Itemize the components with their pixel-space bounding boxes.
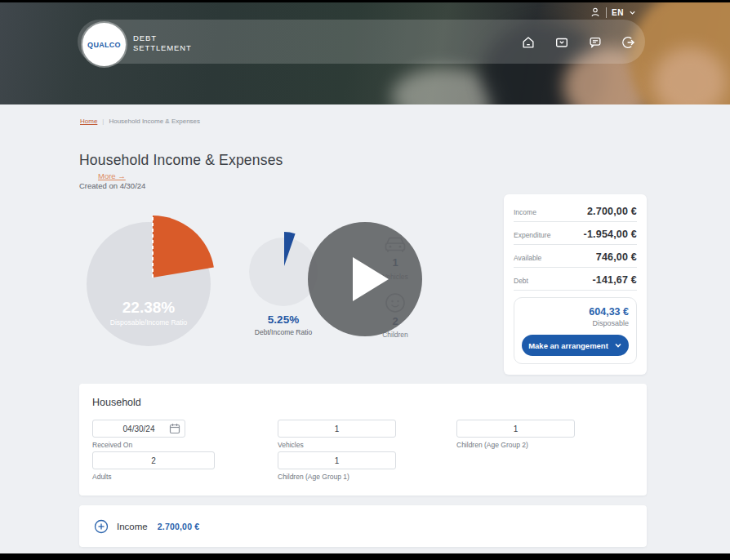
- disposable-ratio-label: Disposable/Income Ratio: [109, 318, 188, 327]
- pie-disposable-slice: [153, 216, 214, 278]
- created-on-text: Created on 4/30/24: [79, 181, 145, 190]
- household-section: Household Received On Vehicles Children …: [79, 384, 647, 496]
- summary-value: -1.954,00 €: [584, 229, 637, 240]
- home-icon[interactable]: [521, 35, 536, 50]
- logout-icon[interactable]: [621, 35, 636, 50]
- pie-remainder-slice: [249, 238, 318, 306]
- language-selector[interactable]: EN: [612, 8, 624, 17]
- brand-line1: DEBT: [133, 33, 192, 43]
- adults-input[interactable]: [92, 451, 215, 469]
- expand-plus-icon[interactable]: [94, 519, 109, 534]
- divider: [606, 7, 607, 18]
- vehicles-field: Vehicles: [278, 420, 396, 449]
- brand-title: DEBT SETTLEMENT: [133, 33, 192, 54]
- children-age-group-2-input[interactable]: [456, 420, 575, 438]
- make-arrangement-label: Make an arrangement: [528, 341, 608, 350]
- children-age-group-1-input[interactable]: [278, 451, 396, 469]
- logo-text: QUALCO: [87, 41, 121, 49]
- field-label: Adults: [92, 473, 215, 481]
- debt-ratio-value: 5.25%: [251, 313, 316, 326]
- page-content: Home | Household Income & Expenses House…: [0, 104, 730, 553]
- disposable-value: 604,33 €: [522, 306, 629, 318]
- summary-row-available: Available 746,00 €: [514, 251, 637, 268]
- summary-value: 2.700,00 €: [587, 206, 637, 217]
- income-section-label: Income: [117, 522, 148, 531]
- play-icon: [353, 257, 389, 301]
- adults-field: Adults: [92, 451, 215, 481]
- chat-icon[interactable]: [588, 35, 603, 50]
- children-age-group-2-field: Children (Age Group 2): [456, 420, 575, 449]
- summary-row-income: Income 2.700,00 €: [514, 206, 637, 222]
- financial-summary-card: Income 2.700,00 € Expenditure -1.954,00 …: [504, 194, 647, 375]
- breadcrumb-current: Household Income & Expenses: [109, 118, 200, 125]
- chevron-down-icon: [614, 341, 622, 349]
- breadcrumb-separator: |: [102, 118, 104, 125]
- calendar-icon[interactable]: [169, 423, 180, 434]
- video-play-button[interactable]: [308, 222, 422, 336]
- summary-row-debt: Debt -141,67 €: [514, 274, 637, 291]
- summary-value: -141,67 €: [592, 274, 637, 286]
- income-section-value: 2.700,00 €: [158, 522, 200, 531]
- summary-row-expenditure: Expenditure -1.954,00 €: [514, 229, 637, 245]
- disposable-income-pie-chart: [82, 212, 220, 351]
- qualco-logo[interactable]: QUALCO: [82, 23, 126, 66]
- summary-label: Expenditure: [514, 231, 550, 239]
- user-strip[interactable]: EN: [590, 7, 636, 18]
- field-label: Children (Age Group 1): [278, 473, 396, 481]
- field-label: Received On: [92, 441, 185, 449]
- summary-label: Debt: [514, 277, 528, 285]
- field-label: Vehicles: [278, 441, 396, 449]
- summary-label: Income: [514, 208, 536, 216]
- breadcrumb: Home | Household Income & Expenses: [80, 118, 200, 125]
- income-section[interactable]: Income 2.700,00 €: [79, 505, 647, 547]
- received-on-field: Received On: [92, 420, 185, 449]
- more-link[interactable]: More →: [98, 171, 126, 180]
- disposable-ratio-value: 22.38%: [108, 299, 189, 317]
- children-age-group-1-field: Children (Age Group 1): [278, 451, 396, 481]
- nav-icons: [521, 35, 636, 50]
- chevron-down-icon[interactable]: [629, 9, 636, 16]
- disposable-label: Disposable: [522, 319, 629, 327]
- user-icon[interactable]: [590, 7, 601, 18]
- summary-value: 746,00 €: [596, 251, 637, 263]
- field-label: Children (Age Group 2): [456, 441, 575, 449]
- brand-line2: SETTLEMENT: [133, 43, 192, 53]
- vehicles-input[interactable]: [278, 420, 396, 438]
- inbox-icon[interactable]: [554, 35, 569, 50]
- page-title: Household Income & Expenses: [79, 152, 283, 169]
- household-title: Household: [92, 397, 141, 408]
- disposable-card: 604,33 € Disposable Make an arrangement: [514, 297, 637, 364]
- summary-label: Available: [514, 254, 541, 262]
- make-arrangement-button[interactable]: Make an arrangement: [522, 335, 629, 356]
- breadcrumb-home-link[interactable]: Home: [80, 118, 97, 125]
- debt-ratio-label: Debt/Income Ratio: [238, 328, 328, 336]
